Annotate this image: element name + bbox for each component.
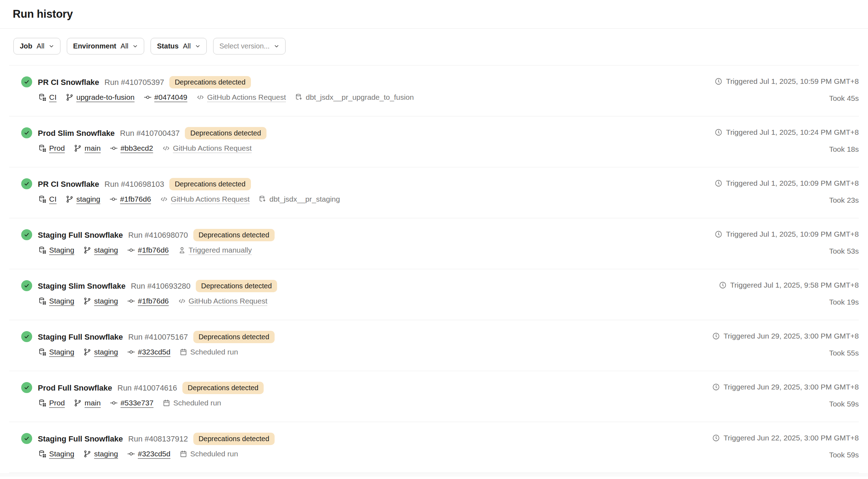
- clock-icon: [712, 332, 720, 340]
- version-filter-dropdown[interactable]: Select version...: [213, 38, 286, 54]
- chevron-down-icon: [133, 44, 138, 49]
- run-meta: Triggered Jun 22, 2025, 3:00 PM GMT+8 To…: [712, 433, 859, 459]
- success-check-icon: [21, 178, 32, 189]
- run-name-link[interactable]: Staging Full Snowflake: [38, 333, 123, 342]
- git-commit-icon: [127, 450, 135, 458]
- filter-dropdown[interactable]: Job All: [13, 38, 60, 54]
- branch-segment: staging: [66, 195, 100, 203]
- environment-icon: [39, 144, 46, 152]
- trigger-label[interactable]: GitHub Actions Request: [173, 144, 252, 152]
- environment-link[interactable]: CI: [49, 195, 57, 203]
- branch-link[interactable]: staging: [94, 297, 118, 305]
- branch-link[interactable]: staging: [76, 195, 100, 203]
- run-main: Staging Full Snowflake Run #410698070 De…: [21, 229, 275, 254]
- git-branch-icon: [83, 348, 91, 356]
- environment-segment: Prod: [39, 399, 65, 407]
- branch-link[interactable]: staging: [94, 246, 118, 254]
- branch-link[interactable]: main: [84, 399, 101, 407]
- run-info: PR CI Snowflake Run #410705397 Deprecati…: [38, 76, 414, 102]
- run-name-link[interactable]: PR CI Snowflake: [38, 78, 99, 87]
- run-name-link[interactable]: Prod Full Snowflake: [38, 383, 112, 393]
- environment-link[interactable]: Staging: [49, 348, 74, 356]
- environment-segment: CI: [39, 93, 57, 102]
- branch-link[interactable]: staging: [94, 450, 118, 458]
- run-name-link[interactable]: PR CI Snowflake: [38, 180, 99, 189]
- environment-icon: [39, 348, 46, 356]
- run-detail-line: CI staging #1fb76d6: [39, 195, 340, 203]
- run-name-link[interactable]: Staging Slim Snowflake: [38, 282, 125, 291]
- trigger-segment-schedule: Scheduled run: [180, 450, 238, 458]
- run-main: Staging Full Snowflake Run #410075167 De…: [21, 331, 275, 356]
- git-branch-icon: [66, 195, 74, 203]
- commit-link[interactable]: #0474049: [154, 93, 187, 102]
- filter-label: Job: [20, 42, 33, 50]
- trigger-segment-schedule: Scheduled run: [180, 348, 238, 356]
- environment-link[interactable]: Staging: [49, 450, 74, 458]
- run-detail-line: Staging staging #323cd5d: [39, 450, 275, 458]
- schema-name: dbt_jsdx__pr_staging: [269, 195, 340, 203]
- run-meta: Triggered Jul 1, 2025, 10:09 PM GMT+8 To…: [715, 178, 859, 204]
- commit-link[interactable]: #bb3ecd2: [121, 144, 153, 152]
- run-detail-line: CI upgrade-to-fusion #0474: [39, 93, 414, 102]
- environment-link[interactable]: CI: [49, 93, 57, 102]
- triggered-text: Triggered Jul 1, 2025, 10:24 PM GMT+8: [726, 128, 859, 137]
- git-branch-icon: [66, 93, 74, 101]
- run-name-link[interactable]: Prod Slim Snowflake: [38, 129, 115, 138]
- environment-link[interactable]: Staging: [49, 297, 74, 305]
- environment-link[interactable]: Prod: [49, 144, 65, 152]
- trigger-label: Scheduled run: [190, 348, 238, 356]
- duration-text: Took 18s: [829, 145, 859, 154]
- branch-link[interactable]: staging: [94, 348, 118, 356]
- run-meta: Triggered Jul 1, 2025, 10:59 PM GMT+8 To…: [715, 76, 859, 103]
- git-commit-icon: [110, 144, 118, 152]
- branch-link[interactable]: main: [84, 144, 101, 152]
- chevron-down-icon: [195, 44, 200, 49]
- branch-segment: staging: [83, 348, 118, 356]
- run-name-link[interactable]: Staging Full Snowflake: [38, 434, 123, 444]
- triggered-time: Triggered Jun 29, 2025, 3:00 PM GMT+8: [712, 332, 859, 340]
- branch-segment: staging: [83, 246, 118, 254]
- run-row: Prod Full Snowflake Run #410074616 Depre…: [9, 371, 859, 422]
- filter-dropdown[interactable]: Status All: [151, 38, 206, 54]
- run-main: Staging Full Snowflake Run #408137912 De…: [21, 433, 275, 458]
- git-commit-icon: [110, 399, 118, 407]
- triggered-text: Triggered Jun 29, 2025, 3:00 PM GMT+8: [723, 383, 859, 391]
- clock-icon: [712, 434, 720, 442]
- clock-icon: [715, 77, 722, 85]
- trigger-segment-github: GitHub Actions Request: [197, 93, 286, 102]
- triggered-time: Triggered Jul 1, 2025, 10:09 PM GMT+8: [715, 230, 859, 238]
- success-check-icon: [21, 229, 32, 240]
- commit-link[interactable]: #323cd5d: [138, 348, 170, 356]
- environment-segment: Staging: [39, 450, 74, 458]
- success-check-icon: [21, 127, 32, 138]
- filter-dropdown[interactable]: Environment All: [67, 38, 144, 54]
- branch-link[interactable]: upgrade-to-fusion: [76, 93, 135, 102]
- environment-link[interactable]: Staging: [49, 246, 74, 254]
- chevron-down-icon: [274, 44, 279, 49]
- filter-value: All: [37, 42, 45, 50]
- run-info: Staging Full Snowflake Run #410075167 De…: [38, 331, 275, 356]
- trigger-label[interactable]: GitHub Actions Request: [189, 297, 268, 305]
- run-title-line: Staging Full Snowflake Run #410698070 De…: [38, 229, 275, 241]
- filter-value: All: [183, 42, 190, 50]
- trigger-segment-manual: Triggered manually: [178, 246, 252, 254]
- run-detail-line: Prod main #533e737: [39, 399, 264, 407]
- trigger-label[interactable]: GitHub Actions Request: [171, 195, 250, 203]
- commit-link[interactable]: #533e737: [121, 399, 153, 407]
- duration-text: Took 55s: [829, 349, 859, 357]
- run-name-link[interactable]: Staging Full Snowflake: [38, 231, 123, 240]
- commit-link[interactable]: #1fb76d6: [120, 195, 151, 203]
- run-info: PR CI Snowflake Run #410698103 Deprecati…: [38, 178, 340, 203]
- git-commit-icon: [127, 246, 135, 254]
- commit-link[interactable]: #1fb76d6: [138, 297, 169, 305]
- environment-icon: [39, 195, 46, 203]
- commit-link[interactable]: #1fb76d6: [138, 246, 169, 254]
- environment-segment: Staging: [39, 297, 74, 305]
- trigger-label[interactable]: Triggered manually: [189, 246, 252, 254]
- trigger-label[interactable]: GitHub Actions Request: [207, 93, 286, 102]
- run-meta: Triggered Jun 29, 2025, 3:00 PM GMT+8 To…: [712, 331, 859, 357]
- run-main: PR CI Snowflake Run #410698103 Deprecati…: [21, 178, 340, 203]
- run-number: Run #410698070: [128, 231, 188, 240]
- commit-link[interactable]: #323cd5d: [138, 450, 170, 458]
- environment-link[interactable]: Prod: [49, 399, 65, 407]
